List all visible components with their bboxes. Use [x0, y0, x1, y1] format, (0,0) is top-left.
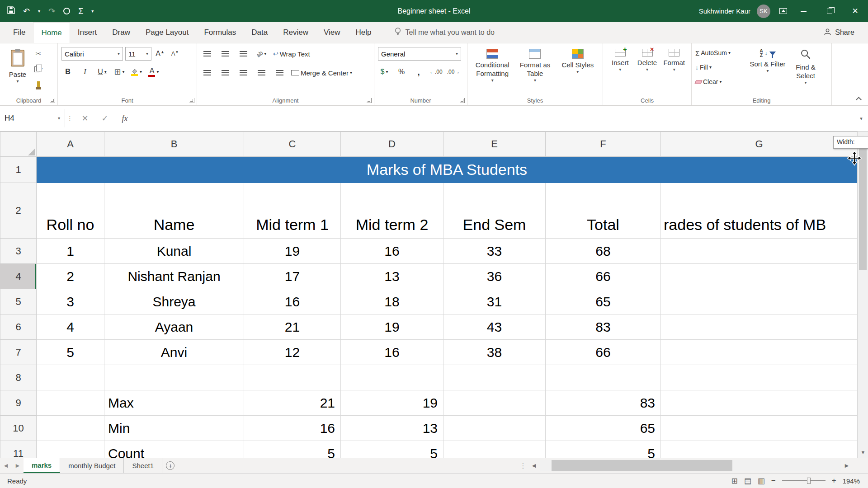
cell-E7[interactable]: 38 [443, 340, 546, 365]
tab-insert[interactable]: Insert [70, 22, 105, 43]
fill-button[interactable]: ↓Fill▾ [695, 61, 749, 73]
cell-E2[interactable]: End Sem [443, 183, 546, 239]
cell-B7[interactable]: Anvi [104, 340, 244, 365]
column-header-G[interactable]: G [661, 132, 858, 157]
user-name[interactable]: Sukhwinder Kaur [699, 7, 750, 15]
formula-bar-grip-icon[interactable]: ⋮ [65, 106, 75, 131]
cell-E9[interactable] [443, 390, 546, 416]
bold-button[interactable]: B [61, 65, 74, 79]
column-header-E[interactable]: E [443, 132, 546, 157]
row-header-8[interactable]: 8 [0, 365, 37, 390]
collapse-ribbon-icon[interactable] [856, 97, 862, 103]
cell-G9[interactable] [661, 390, 858, 416]
cell-B2[interactable]: Name [104, 183, 244, 239]
enter-entry-button[interactable]: ✓ [95, 106, 115, 131]
expand-formula-bar-icon[interactable]: ▾ [854, 106, 868, 131]
decrease-font-size-button[interactable]: A▼ [169, 47, 181, 61]
cell-B10[interactable]: Min [104, 416, 244, 441]
number-dialog-launcher-icon[interactable] [460, 98, 465, 103]
minimize-button[interactable] [791, 0, 816, 22]
tab-help[interactable]: Help [348, 22, 379, 43]
cell-C10[interactable]: 16 [244, 416, 341, 441]
tell-me-box[interactable]: Tell me what you want to do [394, 22, 494, 43]
vertical-scrollbar[interactable]: ▲ ▼ [857, 131, 868, 458]
cell-F7[interactable]: 66 [546, 340, 661, 365]
tab-splitter-icon[interactable]: ⋮ [518, 458, 528, 473]
cell-A7[interactable]: 5 [37, 340, 104, 365]
clipboard-dialog-launcher-icon[interactable] [50, 98, 55, 103]
cell-F6[interactable]: 83 [546, 314, 661, 340]
cell-D3[interactable]: 16 [341, 239, 443, 264]
touch-mode-icon[interactable] [63, 8, 70, 14]
cell-D8[interactable] [341, 365, 443, 390]
font-dialog-launcher-icon[interactable] [189, 98, 194, 103]
cell-B8[interactable] [104, 365, 244, 390]
sheet-tab-monthly-budget[interactable]: monthly Budget [60, 458, 124, 473]
cell-G7[interactable] [661, 340, 858, 365]
cell-D9[interactable]: 19 [341, 390, 443, 416]
cell-A11[interactable] [37, 441, 104, 458]
align-center-button[interactable] [219, 66, 231, 80]
tab-file[interactable]: File [5, 22, 33, 43]
font-color-button[interactable]: A ▾ [147, 65, 160, 79]
cell-E6[interactable]: 43 [443, 314, 546, 340]
row-header-4[interactable]: 4 [0, 264, 37, 289]
cell-styles-button[interactable]: Cell Styles ▾ [557, 47, 599, 93]
page-layout-view-icon[interactable]: ▤ [744, 476, 751, 486]
page-break-view-icon[interactable]: ▥ [758, 476, 765, 486]
comma-style-button[interactable]: , [412, 65, 425, 79]
insert-function-button[interactable]: fx [115, 106, 135, 131]
cell-F9[interactable]: 83 [546, 390, 661, 416]
cell-G6[interactable] [661, 314, 858, 340]
cell-C8[interactable] [244, 365, 341, 390]
cell-A9[interactable] [37, 390, 104, 416]
format-cells-button[interactable]: Format ▾ [660, 47, 688, 93]
sheet-tab-marks[interactable]: marks [24, 458, 60, 473]
align-right-button[interactable] [237, 66, 250, 80]
increase-font-size-button[interactable]: A▲ [154, 47, 166, 61]
cell-G10[interactable] [661, 416, 858, 441]
align-top-button[interactable] [201, 47, 213, 61]
align-bottom-button[interactable] [237, 47, 250, 61]
redo-icon[interactable]: ↷ [48, 7, 55, 15]
column-header-F[interactable]: F [546, 132, 661, 157]
cell-F11[interactable]: 5 [546, 441, 661, 458]
cell-G2[interactable]: rades of students of MB [661, 183, 858, 239]
share-button[interactable]: Share [824, 22, 854, 43]
save-icon[interactable] [7, 6, 15, 16]
undo-dropdown-icon[interactable]: ▾ [38, 9, 40, 14]
cell-F10[interactable]: 65 [546, 416, 661, 441]
orientation-button[interactable]: ab▾ [255, 47, 268, 61]
sheet-title-cell[interactable]: Marks of MBA Students [37, 157, 858, 183]
tab-data[interactable]: Data [244, 22, 275, 43]
sort-filter-button[interactable]: AZ↓ Sort & Filter ▾ [749, 47, 787, 93]
cell-G3[interactable] [661, 239, 858, 264]
underline-button[interactable]: U▾ [96, 65, 108, 79]
cell-B5[interactable]: Shreya [104, 289, 244, 314]
clear-button[interactable]: Clear▾ [695, 76, 749, 88]
hscroll-right-icon[interactable]: ▶ [841, 458, 853, 473]
alignment-dialog-launcher-icon[interactable] [367, 98, 372, 103]
row-header-11[interactable]: 11 [0, 441, 37, 458]
increase-decimal-button[interactable]: ←.00 [429, 65, 443, 79]
sheet-tab-sheet1[interactable]: Sheet1 [124, 458, 162, 473]
conditional-formatting-button[interactable]: Conditional Formatting ▾ [471, 47, 514, 93]
font-name-combo[interactable]: Calibri▾ [61, 47, 123, 61]
zoom-slider-thumb[interactable] [807, 478, 811, 484]
autosum-button[interactable]: ΣAutoSum▾ [695, 47, 749, 59]
font-size-combo[interactable]: 11▾ [125, 47, 151, 61]
number-format-combo[interactable]: General▾ [378, 47, 461, 61]
cell-D11[interactable]: 5 [341, 441, 443, 458]
select-all-corner[interactable] [0, 132, 37, 157]
copy-button[interactable]: ▾ [32, 62, 45, 76]
zoom-out-icon[interactable]: − [771, 476, 776, 485]
format-painter-button[interactable] [32, 78, 45, 91]
decrease-decimal-button[interactable]: .00→ [447, 65, 460, 79]
cell-E5[interactable]: 31 [443, 289, 546, 314]
cell-E10[interactable] [443, 416, 546, 441]
cell-A8[interactable] [37, 365, 104, 390]
cell-C3[interactable]: 19 [244, 239, 341, 264]
column-header-D[interactable]: D [341, 132, 443, 157]
cell-A3[interactable]: 1 [37, 239, 104, 264]
cell-B6[interactable]: Ayaan [104, 314, 244, 340]
